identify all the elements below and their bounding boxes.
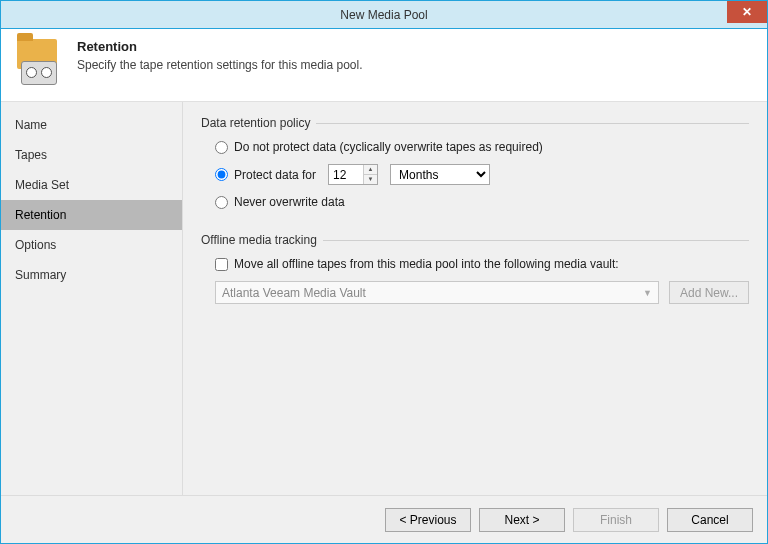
close-icon: ✕ — [742, 5, 752, 19]
next-button[interactable]: Next > — [479, 508, 565, 532]
media-vault-select[interactable]: Atlanta Veeam Media Vault ▼ — [215, 281, 659, 304]
sidebar-item-tapes[interactable]: Tapes — [1, 140, 182, 170]
body: Name Tapes Media Set Retention Options S… — [1, 102, 767, 495]
radio-no-protect[interactable]: Do not protect data (cyclically overwrit… — [215, 140, 749, 154]
chevron-down-icon: ▼ — [643, 288, 652, 298]
radio-protect-for-row: Protect data for ▲ ▼ Months — [215, 164, 749, 185]
content-pane: Data retention policy Do not protect dat… — [183, 102, 767, 495]
move-offline-checkbox[interactable] — [215, 258, 228, 271]
divider-line — [316, 123, 749, 124]
radio-protect-for-label: Protect data for — [234, 168, 316, 182]
stepper-controls: ▲ ▼ — [363, 165, 377, 184]
stepper-up-icon[interactable]: ▲ — [364, 165, 377, 175]
divider-line — [323, 240, 749, 241]
offline-group-text: Offline media tracking — [201, 233, 317, 247]
radio-never-overwrite-label: Never overwrite data — [234, 195, 345, 209]
header: Retention Specify the tape retention set… — [1, 29, 767, 102]
close-button[interactable]: ✕ — [727, 1, 767, 23]
header-subtitle: Specify the tape retention settings for … — [77, 58, 363, 72]
radio-no-protect-input[interactable] — [215, 141, 228, 154]
add-new-vault-button[interactable]: Add New... — [669, 281, 749, 304]
previous-button[interactable]: < Previous — [385, 508, 471, 532]
sidebar-item-options[interactable]: Options — [1, 230, 182, 260]
protect-duration-input[interactable] — [329, 165, 363, 184]
sidebar-item-name[interactable]: Name — [1, 110, 182, 140]
header-text: Retention Specify the tape retention set… — [77, 39, 363, 72]
retention-group-label: Data retention policy — [201, 116, 749, 130]
offline-group-label: Offline media tracking — [201, 233, 749, 247]
cancel-button[interactable]: Cancel — [667, 508, 753, 532]
stepper-down-icon[interactable]: ▼ — [364, 175, 377, 184]
protect-duration-stepper[interactable]: ▲ ▼ — [328, 164, 378, 185]
radio-no-protect-label: Do not protect data (cyclically overwrit… — [234, 140, 543, 154]
retention-group-text: Data retention policy — [201, 116, 310, 130]
footer: < Previous Next > Finish Cancel — [1, 495, 767, 543]
radio-never-overwrite[interactable]: Never overwrite data — [215, 195, 749, 209]
media-vault-value: Atlanta Veeam Media Vault — [222, 286, 366, 300]
finish-button[interactable]: Finish — [573, 508, 659, 532]
titlebar: New Media Pool ✕ — [1, 1, 767, 29]
vault-row: Atlanta Veeam Media Vault ▼ Add New... — [215, 281, 749, 304]
move-offline-checkbox-row[interactable]: Move all offline tapes from this media p… — [215, 257, 749, 271]
protect-unit-select[interactable]: Months — [390, 164, 490, 185]
retention-icon — [15, 39, 63, 87]
sidebar-item-summary[interactable]: Summary — [1, 260, 182, 290]
move-offline-label: Move all offline tapes from this media p… — [234, 257, 619, 271]
dialog-window: New Media Pool ✕ Retention Specify the t… — [0, 0, 768, 544]
window-title: New Media Pool — [340, 8, 427, 22]
radio-protect-for-input[interactable] — [215, 168, 228, 181]
header-title: Retention — [77, 39, 363, 54]
wizard-sidebar: Name Tapes Media Set Retention Options S… — [1, 102, 183, 495]
sidebar-item-media-set[interactable]: Media Set — [1, 170, 182, 200]
radio-never-overwrite-input[interactable] — [215, 196, 228, 209]
sidebar-item-retention[interactable]: Retention — [1, 200, 182, 230]
